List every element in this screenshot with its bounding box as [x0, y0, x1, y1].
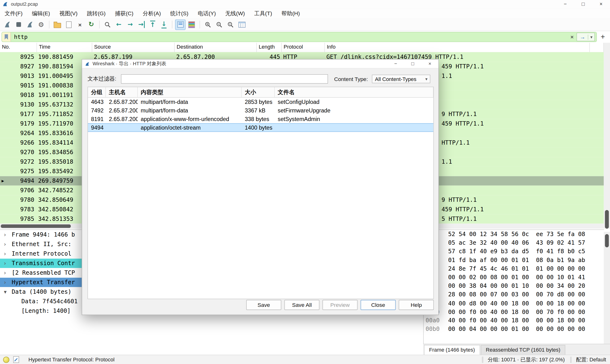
hex-row[interactable]: 52 54 00 12 34 58 56 0c ee 73 5e fa 08: [424, 230, 604, 238]
dialog-maximize-icon[interactable]: □: [404, 60, 421, 68]
zoom-out-button[interactable]: [214, 19, 224, 30]
cell-time: 342.748522: [38, 186, 73, 195]
column-header-no[interactable]: No.: [0, 43, 37, 52]
minimize-icon[interactable]: −: [556, 0, 574, 8]
find-packet-button[interactable]: [102, 19, 113, 30]
object-column-header-4[interactable]: 文件名: [275, 87, 433, 97]
hex-row[interactable]: 00 00 38 04 00 00 01 10 00 00 34 00 20: [424, 282, 604, 290]
hex-row[interactable]: 24 8e 7f 45 4c 46 01 01 01 00 00 00 00: [424, 264, 604, 273]
menu-item-0[interactable]: 文件(F): [0, 8, 27, 18]
zoom-in-button[interactable]: [203, 19, 213, 30]
menu-item-10[interactable]: 帮助(H): [277, 8, 305, 18]
close-button[interactable]: Close: [361, 300, 396, 310]
dialog-minimize-icon[interactable]: −: [387, 60, 404, 68]
hex-row[interactable]: 05 ac 3e 32 40 00 40 06 43 09 02 41 57: [424, 238, 604, 247]
expander-icon[interactable]: ›: [4, 230, 6, 239]
column-header-length[interactable]: Length: [257, 43, 282, 52]
display-filter-field[interactable]: http × → ▾: [2, 32, 597, 42]
expander-icon[interactable]: ›: [4, 239, 6, 249]
preview-button[interactable]: Preview: [322, 300, 357, 310]
hex-row[interactable]: 57 c8 1f 40 e9 b3 da d5 f0 41 f8 b0 c5: [424, 247, 604, 256]
zoom-original-button[interactable]: [225, 19, 236, 30]
menu-item-2[interactable]: 视图(V): [54, 8, 82, 18]
title-bar[interactable]: output2.pcap − □ ×: [0, 0, 610, 9]
go-back-button[interactable]: ←: [114, 19, 124, 30]
start-capture-button[interactable]: [2, 19, 13, 30]
colorize-button[interactable]: [186, 19, 197, 30]
column-header-info[interactable]: Info: [325, 43, 590, 52]
bytes-vscrollbar[interactable]: [604, 232, 610, 344]
object-column-header-3[interactable]: 大小: [242, 87, 274, 97]
save-button[interactable]: Save: [246, 300, 281, 310]
close-file-button[interactable]: ×: [75, 19, 85, 30]
menu-item-3[interactable]: 跳转(G): [82, 8, 110, 18]
resize-columns-button[interactable]: [237, 19, 247, 30]
clear-filter-button[interactable]: ×: [567, 34, 577, 40]
go-last-packet-button[interactable]: ↓: [159, 19, 169, 30]
menu-item-7[interactable]: 电话(Y): [193, 8, 221, 18]
apply-filter-button[interactable]: → ▾: [577, 33, 595, 41]
menu-item-5[interactable]: 分析(A): [138, 8, 165, 18]
restart-capture-button[interactable]: [25, 19, 35, 30]
object-column-header-2[interactable]: 内容类型: [138, 87, 242, 97]
maximize-icon[interactable]: □: [574, 0, 592, 8]
help-button[interactable]: Help: [399, 300, 434, 310]
hex-row[interactable]: 01 fd ba af 00 00 01 01 08 0a b1 9a ab: [424, 256, 604, 264]
menu-item-9[interactable]: 工具(T): [249, 8, 277, 18]
chevron-down-icon[interactable]: ▾: [588, 34, 595, 39]
object-column-header-0[interactable]: 分组: [88, 87, 106, 97]
packet-list-header: No.TimeSourceDestinationLengthProtocolIn…: [0, 43, 604, 53]
stop-capture-button[interactable]: [13, 19, 24, 30]
profile-text[interactable]: 配置: Default: [576, 356, 606, 363]
hex-row[interactable]: 40 00 d8 00 40 00 18 00 00 00 18 00 00: [424, 299, 604, 308]
menu-item-6[interactable]: 统计(S): [166, 8, 193, 18]
hex-row[interactable]: 009000 00 f0 00 40 00 18 00 00 70 f0 00 …: [424, 308, 604, 316]
expander-icon[interactable]: ▾: [4, 287, 6, 297]
expander-icon[interactable]: ›: [4, 277, 6, 287]
expander-icon[interactable]: ›: [4, 268, 6, 277]
close-icon[interactable]: ×: [592, 0, 610, 8]
expert-info-icon[interactable]: [3, 356, 9, 363]
hex-row[interactable]: 00a040 00 f0 00 40 00 18 00 00 00 18 00 …: [424, 316, 604, 325]
text-filter-input[interactable]: [121, 74, 328, 84]
go-forward-button[interactable]: →: [125, 19, 135, 30]
http-object-row[interactable]: 9494application/octet-stream1400 bytes: [88, 123, 433, 132]
save-all-button[interactable]: Save All: [284, 300, 319, 310]
vscrollbar-thumb[interactable]: [605, 210, 609, 229]
display-filter-input[interactable]: http: [11, 34, 567, 40]
dialog-close-icon[interactable]: ×: [421, 60, 439, 68]
expander-icon[interactable]: ›: [4, 249, 6, 259]
http-object-row[interactable]: 74922.65.87.200multipart/form-data3367 k…: [88, 106, 433, 115]
hscrollbar-thumb[interactable]: [1, 224, 71, 228]
bytes-scrollbar-thumb[interactable]: [605, 234, 609, 247]
go-first-packet-button[interactable]: ↑: [147, 19, 158, 30]
byte-view-tab-0[interactable]: Frame (1466 bytes): [424, 345, 480, 355]
hex-row[interactable]: 28 00 08 00 07 00 03 00 00 70 d8 00 00: [424, 290, 604, 299]
menu-item-1[interactable]: 编辑(E): [27, 8, 54, 18]
open-file-button[interactable]: [52, 19, 63, 30]
column-header-protocol[interactable]: Protocol: [282, 43, 325, 52]
capture-options-button[interactable]: ⚙: [36, 19, 46, 30]
column-header-source[interactable]: Source: [92, 43, 175, 52]
column-header-time[interactable]: Time: [37, 43, 92, 52]
http-object-row[interactable]: 46432.65.87.200multipart/form-data2853 b…: [88, 98, 433, 106]
auto-scroll-button[interactable]: [175, 19, 186, 30]
hex-row[interactable]: 00 00 02 00 08 00 01 00 00 00 10 01 41: [424, 273, 604, 282]
hex-row[interactable]: 00b000 00 04 00 00 00 01 00 00 00 00 00 …: [424, 325, 604, 333]
menu-item-4[interactable]: 捕获(C): [110, 8, 138, 18]
http-object-row[interactable]: 81912.65.87.200application/x-www-form-ur…: [88, 115, 433, 123]
add-filter-button[interactable]: +: [597, 33, 609, 41]
expander-icon[interactable]: ›: [4, 259, 6, 268]
menu-item-8[interactable]: 无线(W): [221, 8, 250, 18]
filter-bookmark-button[interactable]: [2, 32, 11, 42]
object-column-header-1[interactable]: 主机名: [106, 87, 138, 97]
save-file-button[interactable]: [63, 19, 74, 30]
content-type-select[interactable]: All Content-Types ▾: [372, 75, 430, 83]
go-to-packet-button[interactable]: →: [136, 19, 146, 30]
dialog-title-bar[interactable]: Wireshark · 导出 · HTTP 对象列表 − □ ×: [82, 60, 439, 69]
capture-comment-icon[interactable]: [13, 356, 19, 363]
reload-file-button[interactable]: ↻: [86, 19, 96, 30]
packet-list-vscrollbar[interactable]: [604, 43, 610, 229]
byte-view-tab-1[interactable]: Reassembled TCP (1601 bytes): [481, 345, 565, 355]
column-header-destination[interactable]: Destination: [175, 43, 257, 52]
